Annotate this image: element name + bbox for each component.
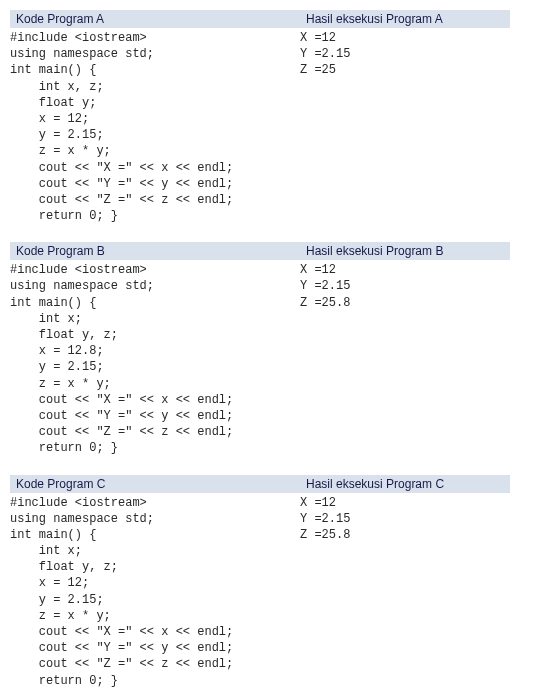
result-header: Hasil eksekusi Program A bbox=[300, 10, 510, 28]
result-content: X =12 Y =2.15 Z =25 bbox=[300, 30, 510, 79]
program-block: Kode Program C #include <iostream> using… bbox=[10, 475, 526, 689]
result-content: X =12 Y =2.15 Z =25.8 bbox=[300, 495, 510, 544]
result-column: Hasil eksekusi Program A X =12 Y =2.15 Z… bbox=[300, 10, 510, 224]
code-column: Kode Program C #include <iostream> using… bbox=[10, 475, 300, 689]
code-content: #include <iostream> using namespace std;… bbox=[10, 495, 300, 689]
code-header: Kode Program B bbox=[10, 242, 300, 260]
code-header: Kode Program A bbox=[10, 10, 300, 28]
code-content: #include <iostream> using namespace std;… bbox=[10, 262, 300, 456]
result-content: X =12 Y =2.15 Z =25.8 bbox=[300, 262, 510, 311]
result-header: Hasil eksekusi Program C bbox=[300, 475, 510, 493]
result-column: Hasil eksekusi Program C X =12 Y =2.15 Z… bbox=[300, 475, 510, 689]
code-content: #include <iostream> using namespace std;… bbox=[10, 30, 300, 224]
code-column: Kode Program A #include <iostream> using… bbox=[10, 10, 300, 224]
program-block: Kode Program B #include <iostream> using… bbox=[10, 242, 526, 456]
result-header: Hasil eksekusi Program B bbox=[300, 242, 510, 260]
program-block: Kode Program A #include <iostream> using… bbox=[10, 10, 526, 224]
code-column: Kode Program B #include <iostream> using… bbox=[10, 242, 300, 456]
code-header: Kode Program C bbox=[10, 475, 300, 493]
result-column: Hasil eksekusi Program B X =12 Y =2.15 Z… bbox=[300, 242, 510, 456]
